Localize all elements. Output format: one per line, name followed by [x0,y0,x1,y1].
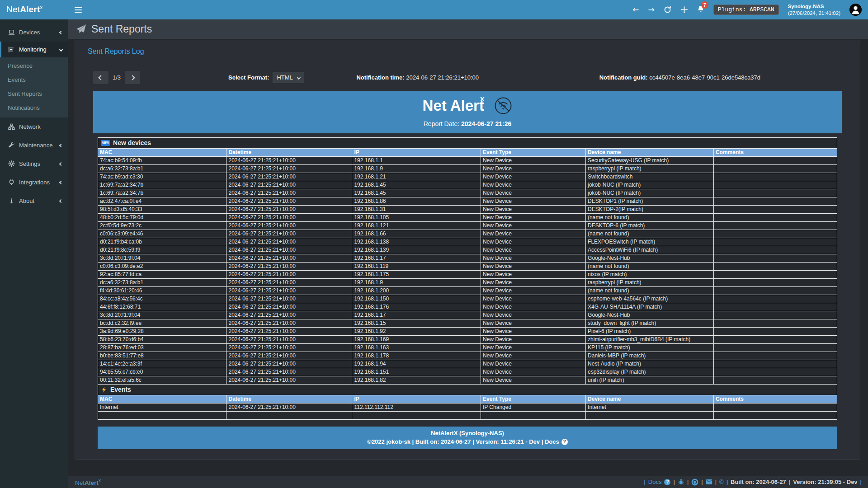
mac-link-cell[interactable]: 48:b0:2d:5c:79:0d [98,214,226,222]
table-cell [713,263,837,271]
email-icon[interactable] [706,479,712,485]
mac-link-cell[interactable]: 74:ac:b9:54:09:fb [98,157,226,165]
mac-link-cell[interactable]: dc:a6:32:73:8a:b1 [98,165,226,173]
sidebar-item-about[interactable]: About [0,192,68,210]
mac-link-cell[interactable]: 14:c1:4e:2e:a3:3f [98,360,226,368]
table-row: d0:21:f9:b4:ca:0b2024-06-27 21:25:21+10:… [98,238,837,246]
footer-logo[interactable]: NetAlertx [68,478,101,486]
mac-link-cell[interactable]: 3c:8d:20:f1:9f:04 [98,254,226,263]
submenu-item[interactable]: Presence [0,59,68,73]
table-cell: 2024-06-27 21:25:21+10:00 [226,404,352,412]
mac-link-cell[interactable]: 3c:8d:20:f1:9f:04 [98,311,226,319]
notifications-bell-button[interactable]: 7 [697,5,704,14]
question-circle-icon[interactable]: ? [561,439,568,445]
mac-link-cell[interactable]: d0:21:f9:b4:ca:0b [98,238,226,246]
events-section-header: Events [98,385,837,395]
mac-link-cell[interactable]: 92:ac:85:77:fd:ca [98,271,226,279]
mac-link-cell[interactable]: 1c:69:7a:a2:34:7b [98,189,226,197]
table-cell: 2024-06-27 21:25:21+10:00 [226,214,352,222]
prev-page-button[interactable] [93,71,108,84]
docs-link[interactable]: Docs [648,479,662,485]
table-cell: 2024-06-27 21:25:21+10:00 [226,376,352,385]
table-cell [713,254,837,263]
table-cell: New Device [481,254,585,263]
mac-link-cell[interactable]: dc:a6:32:73:8a:b1 [98,279,226,287]
sidebar-item-maintenance[interactable]: Maintenance [0,136,68,155]
table-cell: New Device [481,295,585,303]
table-cell: New Device [481,263,585,271]
sent-reports-panel: Sent Reports Log 1/3 Select Format: HTML [75,40,860,460]
table-row: 3c:8d:20:f1:9f:042024-06-27 21:25:21+10:… [98,311,837,319]
sidebar-item-integrations[interactable]: Integrations [0,173,68,192]
table-cell [226,412,352,420]
sidebar-item-monitoring[interactable]: Monitoring [0,42,68,57]
submenu-item[interactable]: Notifications [0,101,68,115]
chart-icon [8,46,15,53]
user-avatar[interactable] [849,4,862,16]
table-cell: 192.168.1.45 [352,181,481,189]
bug-report-icon[interactable] [678,479,684,485]
github-icon[interactable] [691,479,698,486]
mac-link-cell[interactable]: 44:6f:f8:12:68:71 [98,303,226,311]
mac-link-cell[interactable]: f4:4d:30:61:20:46 [98,287,226,295]
mac-link-cell[interactable]: b0:be:83:51:77:e8 [98,352,226,360]
mac-link-cell[interactable]: 1c:69:7a:a2:34:7b [98,181,226,189]
table-cell: 2024-06-27 21:25:21+10:00 [226,368,352,376]
wrench-icon [8,142,15,149]
mac-link-cell[interactable]: c0:06:c3:09:e4:46 [98,230,226,238]
refresh-icon[interactable] [664,6,671,14]
table-row: dc:a6:32:73:8a:b12024-06-27 21:25:21+10:… [98,279,837,287]
mac-link-cell[interactable]: c0:06:c3:09:de:e2 [98,263,226,271]
table-cell: esphome-web-4a564c (IP match) [586,295,714,303]
forward-arrow-icon[interactable]: → [648,6,655,14]
mac-link-cell[interactable]: 28:87:ba:76:ed:03 [98,344,226,352]
mac-link-cell[interactable]: 74:ac:b9:ad:c3:30 [98,173,226,181]
plug-icon [8,179,15,186]
sidebar-item-network[interactable]: Network [0,117,68,136]
mac-link-cell[interactable]: ac:82:47:ca:0f:e4 [98,197,226,206]
mac-link-cell[interactable]: 58:b6:23:70:d6:b4 [98,336,226,344]
table-cell [713,404,837,412]
table-cell [713,197,837,206]
plugins-status-badge[interactable]: Plugins: ARPSCAN [713,5,779,15]
table-cell: New Device [481,279,585,287]
host-info: Synology-NAS (27/06/2024, 21:41:02) [788,3,840,17]
app-logo[interactable]: NetAlertx [0,5,68,14]
submenu-item[interactable]: Events [0,73,68,87]
table-cell [713,246,837,254]
table-cell: 192.168.1.176 [352,303,481,311]
table-cell [713,336,837,344]
mac-link-cell[interactable]: 84:cc:a8:4a:56:4c [98,295,226,303]
table-cell: 192.168.1.17 [352,311,481,319]
sidebar-toggle-button[interactable] [68,0,89,19]
copyright-link[interactable]: © [719,479,724,485]
paper-plane-icon [76,24,86,34]
table-cell: 192.168.1.82 [352,376,481,385]
report-header: Net Alertx Report Date: 2024-06-27 21:26 [93,91,842,133]
format-select[interactable]: HTML [273,72,304,83]
sidebar-item-settings[interactable]: Settings [0,155,68,173]
mac-link-cell[interactable]: d0:21:f9:8c:59:f9 [98,246,226,254]
submenu-item[interactable]: Sent Reports [0,87,68,101]
mac-link-cell[interactable]: 3a:9d:69:e0:29:28 [98,328,226,336]
column-header: Device name [586,395,714,404]
new-icon: NEW [101,140,110,146]
sidebar-item-devices[interactable]: Devices [0,23,68,42]
notification-time-label: Notification time: [356,74,404,81]
mac-link-cell[interactable]: 00:11:32:ef:a5:6c [98,376,226,385]
table-cell: 192.168.1.21 [352,173,481,181]
mac-link-cell[interactable]: 2c:f0:5d:9e:73:2c [98,222,226,230]
mac-link-cell[interactable]: 94:b5:55:c7:cb:e0 [98,368,226,376]
top-navbar: NetAlertx ← → 7 Plugins: ARPSCAN Synolog [0,0,868,19]
move-icon[interactable] [680,6,688,14]
hamburger-icon [75,6,82,14]
back-arrow-icon[interactable]: ← [632,6,639,14]
mac-link-cell[interactable]: bc:dd:c2:32:f9:ee [98,319,226,328]
table-row: 98:5f:d3:d5:40:332024-06-27 21:25:21+10:… [98,206,837,214]
question-circle-icon[interactable]: ? [664,479,670,485]
mac-link-cell[interactable]: 98:5f:d3:d5:40:33 [98,206,226,214]
table-row: 1c:69:7a:a2:34:7b2024-06-27 21:25:21+10:… [98,181,837,189]
table-cell: 2024-06-27 21:25:21+10:00 [226,222,352,230]
next-page-button[interactable] [125,71,140,84]
table-cell: 192.168.1.138 [352,238,481,246]
